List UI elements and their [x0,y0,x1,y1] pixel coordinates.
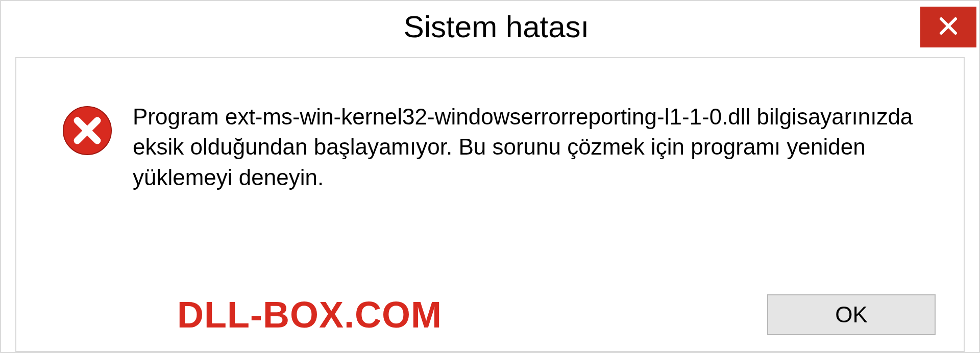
ok-button[interactable]: OK [767,294,936,335]
title-bar: Sistem hatası [1,1,979,52]
footer-row: DLL-BOX.COM OK [37,273,943,341]
dialog-title: Sistem hatası [353,9,590,44]
error-dialog: Sistem hatası Program ext-ms-win-kernel3… [0,0,980,353]
content-area: Program ext-ms-win-kernel32-windowserror… [15,57,965,352]
error-icon [62,106,112,156]
close-icon [938,16,959,38]
ok-button-label: OK [835,302,868,327]
brand-watermark: DLL-BOX.COM [177,294,442,336]
close-button[interactable] [920,7,976,47]
message-row: Program ext-ms-win-kernel32-windowserror… [37,73,943,192]
error-message: Program ext-ms-win-kernel32-windowserror… [133,102,929,192]
